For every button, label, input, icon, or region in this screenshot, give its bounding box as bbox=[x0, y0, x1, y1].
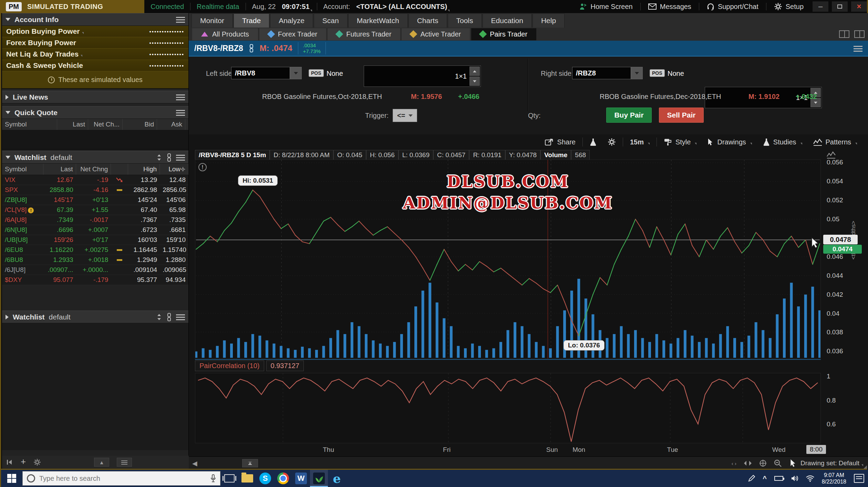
quick-quote-column-header[interactable]: Net Ch... bbox=[88, 119, 123, 130]
collapse-icon[interactable] bbox=[6, 111, 10, 114]
watchlist2-header[interactable]: Watchlist default bbox=[2, 311, 188, 323]
scroll-up-button[interactable]: ▲ bbox=[94, 458, 109, 467]
add-gadget-icon[interactable]: + bbox=[21, 456, 26, 467]
menu-marketwatch[interactable]: MarketWatch bbox=[348, 13, 408, 28]
hidden-icons-caret[interactable]: ^ bbox=[763, 475, 767, 483]
crosshair-globe-icon[interactable] bbox=[759, 459, 767, 467]
menu-trade[interactable]: Trade bbox=[234, 13, 269, 28]
gadget-menu-icon[interactable] bbox=[176, 94, 185, 95]
share-button[interactable]: Share bbox=[541, 136, 580, 148]
patterns-button[interactable]: Patterns bbox=[809, 136, 861, 148]
watchlist-row[interactable]: /6J[U8].00907...+.0000....009104.009065 bbox=[2, 265, 188, 275]
support-chat-button[interactable]: Support/Chat bbox=[701, 0, 764, 13]
collapse-left-icon[interactable] bbox=[6, 459, 13, 465]
studies-button[interactable]: Studies bbox=[759, 136, 806, 148]
style-button[interactable]: Style bbox=[660, 136, 701, 148]
chrome-button[interactable] bbox=[274, 470, 292, 487]
trigger-operator-dropdown[interactable]: <= bbox=[393, 109, 417, 122]
tab-active-trader[interactable]: Active Trader bbox=[402, 28, 470, 40]
expand-icon[interactable] bbox=[6, 95, 9, 100]
close-button[interactable]: × bbox=[851, 1, 867, 12]
messages-button[interactable]: Messages bbox=[643, 0, 697, 13]
account-info-row[interactable]: Net Liq & Day Trades•••••••••••••• bbox=[2, 49, 188, 60]
menu-help[interactable]: Help bbox=[533, 13, 565, 28]
layout-grid-icon[interactable] bbox=[854, 30, 865, 38]
restore-button[interactable] bbox=[832, 1, 848, 12]
zoom-icon[interactable] bbox=[774, 459, 782, 467]
price-axis[interactable]: 0.0478 0.0474 <thousandths> 0.0560.0540.… bbox=[823, 160, 868, 359]
watchlist2-name[interactable]: default bbox=[49, 313, 71, 321]
search-input[interactable] bbox=[39, 475, 206, 483]
gadget-menu-icon[interactable] bbox=[176, 314, 185, 315]
left-ratio-input[interactable]: 1×1 bbox=[364, 65, 481, 87]
thinkorswim-taskbar-button[interactable] bbox=[310, 470, 328, 487]
watchlist-row[interactable]: SPX2858.80-4.162862.982856.05 bbox=[2, 185, 188, 195]
left-symbol-dropdown[interactable]: /RBV8 bbox=[231, 67, 302, 79]
left-pos-value[interactable]: None bbox=[327, 70, 343, 78]
microphone-icon[interactable] bbox=[210, 474, 216, 483]
network-icon[interactable] bbox=[806, 475, 814, 482]
watchlist-row[interactable]: /6A[U8].7349-.0017.7367.7335 bbox=[2, 215, 188, 225]
account-info-row[interactable]: Forex Buying Power•••••••••••••• bbox=[2, 37, 188, 49]
pair-menu-icon[interactable] bbox=[854, 46, 862, 47]
gadget-menu-icon[interactable] bbox=[176, 17, 185, 18]
menu-tools[interactable]: Tools bbox=[448, 13, 482, 28]
notification-center-icon[interactable] bbox=[854, 474, 864, 483]
watchlist-column-header[interactable]: Net Chng bbox=[76, 164, 111, 175]
quick-quote-column-header[interactable]: Last bbox=[57, 119, 88, 130]
skype-button[interactable]: S bbox=[256, 470, 274, 487]
gear-icon[interactable] bbox=[180, 167, 185, 172]
time-axis[interactable]: 8:00 ThuFriSunMonTueWed bbox=[195, 444, 868, 456]
cursor-icon[interactable] bbox=[789, 459, 796, 468]
tab-futures-trader[interactable]: Futures Trader bbox=[328, 28, 400, 40]
link-icon[interactable] bbox=[166, 153, 172, 162]
file-explorer-button[interactable] bbox=[238, 470, 256, 487]
volume-label[interactable]: Volume bbox=[540, 150, 571, 160]
sort-icon[interactable] bbox=[156, 154, 162, 161]
watchlist-header[interactable]: Watchlist default bbox=[2, 151, 188, 164]
right-pos-value[interactable]: None bbox=[668, 70, 684, 78]
account-selector[interactable]: <TOTAL> (ALL ACCOUNTS) bbox=[356, 3, 447, 11]
collapse-icon[interactable] bbox=[6, 18, 10, 21]
correlation-study-label[interactable]: PairCorrelation (10) bbox=[195, 361, 264, 371]
watchlist-column-header[interactable]: Symbol bbox=[2, 164, 43, 175]
link-icon[interactable] bbox=[249, 44, 254, 53]
buy-pair-button[interactable]: Buy Pair bbox=[606, 108, 652, 123]
watchlist-row[interactable]: /CL[V8]!67.39+1.5567.4065.98 bbox=[2, 205, 188, 215]
watchlist-row[interactable]: /6EU81.16220+.002751.164451.15740 bbox=[2, 245, 188, 255]
menu-education[interactable]: Education bbox=[483, 13, 532, 28]
watchlist-row[interactable]: /6N[U8].6696+.0007.6723.6681 bbox=[2, 225, 188, 235]
layout-grid-icon[interactable] bbox=[839, 30, 849, 38]
drawings-button[interactable]: Drawings bbox=[703, 136, 756, 148]
left-ratio-spinner[interactable] bbox=[469, 67, 480, 86]
chart-info-icon[interactable]: ! bbox=[198, 163, 207, 171]
watchlist-row[interactable]: /UB[U8]159'26+0'17160'03159'10 bbox=[2, 235, 188, 245]
sell-pair-button[interactable]: Sell Pair bbox=[659, 108, 704, 123]
chart-settings-button[interactable] bbox=[603, 136, 620, 148]
expand-panel-button[interactable] bbox=[242, 459, 258, 467]
task-view-button[interactable] bbox=[220, 470, 238, 487]
tab-pairs-trader[interactable]: Pairs Trader bbox=[471, 28, 536, 40]
link-icon[interactable] bbox=[166, 313, 172, 321]
watchlist-row[interactable]: /6BU81.2933+.00181.29491.2880 bbox=[2, 255, 188, 265]
drawing-set-label[interactable]: Drawing set: Default bbox=[800, 459, 859, 467]
sort-icon[interactable] bbox=[156, 313, 162, 321]
watchlist-name[interactable]: default bbox=[51, 153, 72, 162]
setup-button[interactable]: Setup bbox=[768, 0, 809, 13]
watchlist-column-header[interactable] bbox=[111, 164, 128, 175]
quick-quote-header[interactable]: Quick Quote bbox=[2, 106, 188, 119]
menu-analyze[interactable]: Analyze bbox=[270, 13, 313, 28]
account-info-row[interactable]: Option Buying Power•••••••••••••• bbox=[2, 26, 188, 37]
resize-corner[interactable] bbox=[864, 465, 867, 469]
account-info-header[interactable]: Account Info bbox=[2, 13, 188, 26]
battery-icon[interactable] bbox=[774, 476, 783, 481]
gear-icon[interactable] bbox=[33, 458, 41, 466]
step-icons[interactable]: ‹ › bbox=[732, 460, 736, 466]
taskbar-clock[interactable]: 9:07 AM 8/22/2018 bbox=[822, 472, 846, 485]
word-button[interactable]: W bbox=[292, 470, 310, 487]
gadget-menu-icon[interactable] bbox=[176, 110, 185, 111]
internet-explorer-button[interactable]: e bbox=[328, 470, 346, 487]
watchlist-row[interactable]: VIX12.67-.1913.2912.48 bbox=[2, 175, 188, 185]
menu-monitor[interactable]: Monitor bbox=[192, 13, 233, 28]
watchlist-column-header[interactable]: Low bbox=[160, 164, 188, 175]
